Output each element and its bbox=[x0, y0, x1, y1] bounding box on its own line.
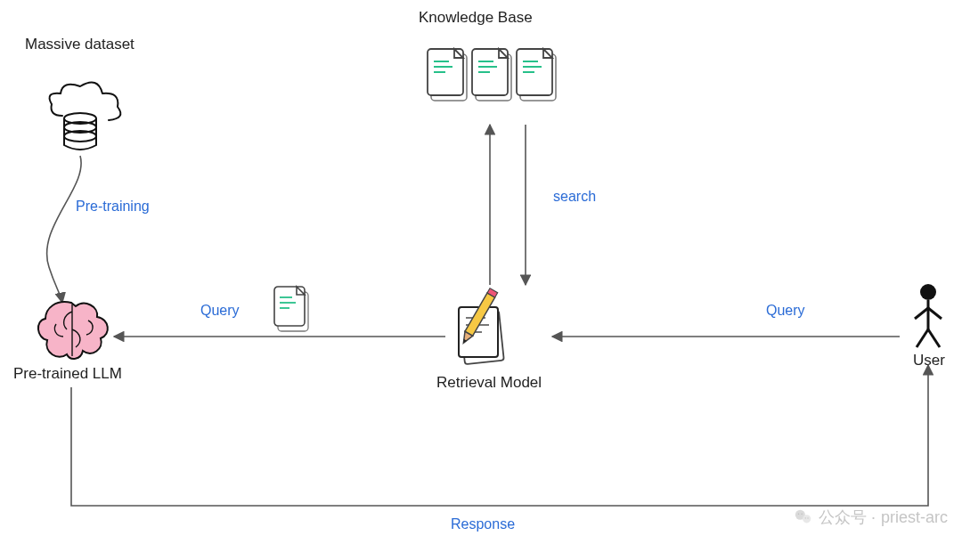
pretraining-arrow bbox=[47, 156, 82, 303]
brain-icon bbox=[38, 302, 108, 359]
svg-point-38 bbox=[920, 284, 936, 300]
document-icon bbox=[274, 287, 308, 331]
paper-pencil-icon bbox=[459, 288, 504, 364]
svg-line-40 bbox=[915, 308, 928, 319]
diagram-canvas bbox=[0, 0, 962, 560]
cloud-db-icon bbox=[50, 83, 121, 150]
documents-icon bbox=[428, 49, 556, 101]
svg-line-41 bbox=[928, 308, 942, 319]
svg-line-43 bbox=[928, 329, 940, 347]
person-icon bbox=[915, 284, 942, 347]
response-arrow bbox=[71, 365, 928, 506]
svg-line-42 bbox=[917, 329, 928, 347]
